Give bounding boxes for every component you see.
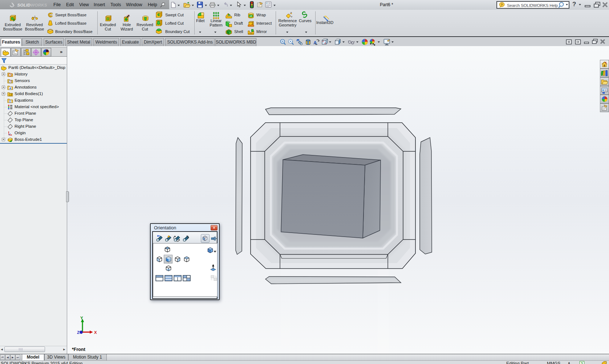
svg-text:X: X	[94, 330, 97, 335]
svg-text:?: ?	[581, 362, 583, 364]
svg-text:A: A	[9, 87, 12, 90]
svg-text:?: ?	[501, 3, 503, 7]
svg-text:cd: cd	[249, 15, 252, 17]
svg-text:Σ: Σ	[9, 100, 11, 103]
svg-text:Z: Z	[77, 330, 80, 335]
